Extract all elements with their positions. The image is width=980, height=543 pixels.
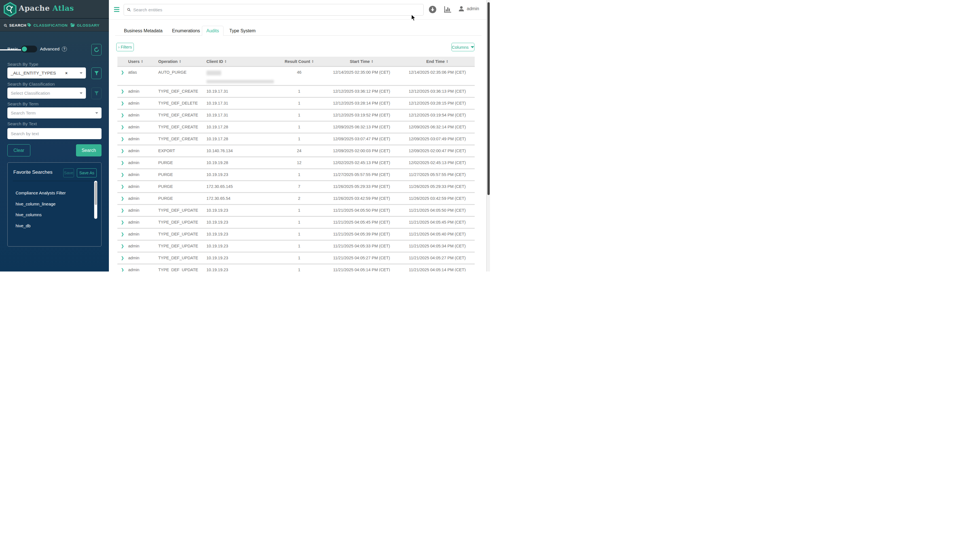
sort-icon: ▲▼ bbox=[312, 60, 313, 63]
basic-label: Basic bbox=[7, 46, 18, 52]
favorite-search-item[interactable]: hive_columns bbox=[16, 212, 42, 217]
global-search-input[interactable] bbox=[133, 7, 420, 13]
cell-end-time: 12/09/2025 03:07:49 PM (CET) bbox=[400, 133, 475, 141]
cell-client-id: 10.19.19.23 bbox=[204, 264, 275, 272]
favorites-scrollbar[interactable] bbox=[94, 181, 97, 219]
search-by-term-select[interactable]: Search Term bbox=[7, 107, 102, 119]
search-by-text-input[interactable] bbox=[7, 128, 102, 139]
favorites-save-button[interactable]: Save bbox=[63, 168, 74, 178]
help-icon[interactable]: ? bbox=[62, 46, 67, 52]
folder-icon bbox=[70, 23, 75, 28]
refresh-button[interactable] bbox=[91, 44, 102, 56]
favorite-search-item[interactable]: Compliance Analysts Filter bbox=[16, 191, 66, 195]
cell-user: admin bbox=[126, 86, 156, 94]
cell-end-time: 12/12/2025 03:36:13 PM (CET) bbox=[400, 86, 475, 94]
row-expander-icon[interactable]: ❯ bbox=[118, 193, 126, 201]
column-header-operation[interactable]: Operation▲▼ bbox=[158, 59, 204, 64]
cell-start-time: 12/12/2025 03:19:52 PM (CET) bbox=[323, 110, 400, 117]
favorites-scrollbar-thumb[interactable] bbox=[95, 182, 97, 205]
row-expander-icon[interactable]: ❯ bbox=[118, 98, 126, 105]
table-row: ❯adminTYPE_DEF_CREATE10.19.17.28112/09/2… bbox=[118, 133, 475, 145]
column-header-start-time[interactable]: Start Time▲▼ bbox=[323, 59, 400, 64]
row-expander-icon[interactable]: ❯ bbox=[118, 264, 126, 272]
row-expander-icon[interactable]: ❯ bbox=[118, 217, 126, 224]
favorite-search-item[interactable]: hive_db bbox=[16, 223, 30, 228]
cell-end-time: 12/14/2025 02:35:06 PM (CET) bbox=[400, 67, 475, 75]
search-icon: ⚲ bbox=[3, 22, 8, 29]
columns-button[interactable]: Columns bbox=[452, 43, 474, 51]
tab-enumerations[interactable]: Enumerations bbox=[169, 26, 203, 36]
column-header-client-id[interactable]: Client ID▲▼ bbox=[207, 59, 275, 64]
column-header-end-time[interactable]: End Time▲▼ bbox=[400, 59, 475, 64]
column-header-result-count[interactable]: Result Count▲▼ bbox=[275, 59, 323, 64]
row-expander-icon[interactable]: ❯ bbox=[118, 229, 126, 237]
row-expander-icon[interactable]: ❯ bbox=[118, 252, 126, 260]
atlas-logo-icon[interactable] bbox=[3, 2, 17, 18]
filters-button[interactable]: › Filters bbox=[116, 43, 134, 51]
chevron-down-icon bbox=[80, 72, 83, 74]
tab-type-system[interactable]: Type System bbox=[228, 26, 258, 36]
row-expander-icon[interactable]: ❯ bbox=[118, 145, 126, 153]
statistics-chart-icon[interactable] bbox=[444, 6, 451, 14]
sidebar-item-search[interactable]: ⚲ SEARCH bbox=[4, 19, 26, 32]
search-by-type-label: Search By Type bbox=[7, 62, 38, 67]
tab-audits[interactable]: Audits bbox=[202, 26, 223, 36]
download-icon[interactable] bbox=[429, 6, 436, 14]
column-header-users[interactable]: Users▲▼ bbox=[128, 59, 156, 64]
table-row: ❯adminTYPE_DEF_CREATE10.19.17.28112/09/2… bbox=[118, 122, 475, 133]
search-button[interactable]: Search bbox=[76, 144, 102, 156]
cell-client-id: 10.19.17.28 bbox=[204, 133, 275, 141]
sidebar-item-classification[interactable]: CLASSIFICATION bbox=[27, 19, 68, 32]
cell-user: admin bbox=[126, 193, 156, 201]
classification-filter-button[interactable] bbox=[91, 87, 102, 99]
cell-client-id: 10.19.19.23 bbox=[204, 169, 275, 177]
clear-type-icon[interactable]: × bbox=[65, 71, 70, 75]
username-label: admin bbox=[467, 6, 479, 11]
cell-user: admin bbox=[126, 122, 156, 129]
row-expander-icon[interactable]: ❯ bbox=[118, 110, 126, 117]
search-by-type-select[interactable]: _ALL_ENTITY_TYPES × bbox=[7, 67, 86, 78]
row-expander-icon[interactable]: ❯ bbox=[118, 205, 126, 213]
row-expander-icon[interactable]: ❯ bbox=[118, 169, 126, 177]
cell-user: admin bbox=[126, 264, 156, 272]
sort-icon: ▲▼ bbox=[141, 60, 143, 63]
cell-user: atlas bbox=[126, 67, 156, 75]
sidebar-item-glossary[interactable]: GLOSSARY bbox=[70, 19, 100, 32]
cell-start-time: 11/21/2025 04:05:27 PM (CET) bbox=[323, 252, 400, 260]
cell-end-time: 11/21/2025 04:05:50 PM (CET) bbox=[400, 205, 475, 213]
cell-start-time: 12/09/2025 03:07:47 PM (CET) bbox=[323, 133, 400, 141]
row-expander-icon[interactable]: ❯ bbox=[118, 241, 126, 248]
row-expander-icon[interactable]: ❯ bbox=[118, 86, 126, 94]
favorite-search-item[interactable]: hive_column_lineage bbox=[16, 202, 56, 206]
cell-end-time: 11/21/2025 04:05:34 PM (CET) bbox=[400, 241, 475, 248]
clear-button[interactable]: Clear bbox=[7, 144, 30, 156]
cell-end-time: 11/21/2025 04:05:27 PM (CET) bbox=[400, 252, 475, 260]
cell-operation: TYPE_DEF_CREATE bbox=[156, 110, 204, 117]
table-row: ❯adminTYPE_DEF_UPDATE10.19.19.23111/21/2… bbox=[118, 217, 475, 229]
cell-client-id: 10.19.17.31 bbox=[204, 110, 275, 117]
app-title[interactable]: Apache Atlas bbox=[19, 4, 74, 13]
row-expander-icon[interactable]: ❯ bbox=[118, 133, 126, 141]
row-expander-icon[interactable]: ❯ bbox=[118, 181, 126, 189]
search-by-text-label: Search By Text bbox=[7, 121, 37, 126]
page-scrollbar[interactable] bbox=[486, 0, 490, 272]
search-icon: ⚲ bbox=[126, 7, 132, 13]
favorite-searches-title: Favorite Searches bbox=[13, 170, 52, 175]
row-expander-icon[interactable]: ❯ bbox=[118, 67, 126, 75]
cell-user: admin bbox=[126, 145, 156, 153]
cell-user: admin bbox=[126, 110, 156, 117]
user-menu[interactable]: admin bbox=[458, 6, 479, 12]
row-expander-icon[interactable]: ❯ bbox=[118, 157, 126, 165]
menu-icon[interactable] bbox=[114, 7, 119, 12]
cell-start-time: 12/12/2025 03:36:12 PM (CET) bbox=[323, 86, 400, 94]
cell-operation: AUTO_PURGE bbox=[156, 67, 204, 75]
tab-business-metadata[interactable]: Business Metadata bbox=[122, 26, 164, 36]
cell-result-count: 1 bbox=[275, 264, 323, 272]
favorites-save-as-button[interactable]: Save As bbox=[77, 168, 97, 178]
row-expander-icon[interactable]: ❯ bbox=[118, 122, 126, 129]
search-by-classification-select[interactable]: Select Classification bbox=[7, 87, 86, 98]
page-scrollbar-thumb[interactable] bbox=[487, 2, 490, 195]
cell-operation: PURGE bbox=[156, 193, 204, 201]
basic-advanced-toggle[interactable] bbox=[21, 46, 37, 52]
type-filter-button[interactable] bbox=[91, 67, 102, 79]
